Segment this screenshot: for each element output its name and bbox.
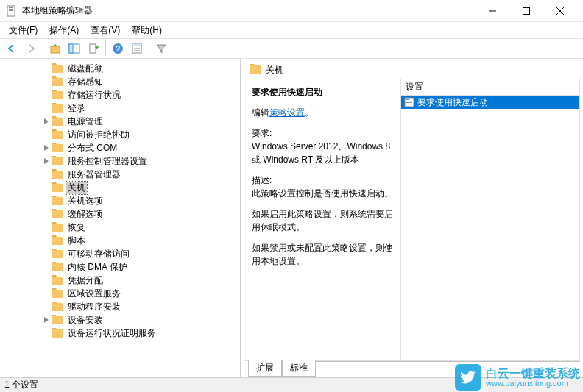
folder-icon <box>52 288 63 299</box>
svg-rect-8 <box>51 46 60 53</box>
tree-item-label: 区域设置服务 <box>66 288 122 300</box>
description-disabled: 如果禁用或未配置此策略设置，则使用本地设置。 <box>252 241 393 268</box>
window-controls <box>476 0 577 22</box>
edit-policy-link[interactable]: 策略设置 <box>269 107 305 118</box>
svg-rect-15 <box>132 44 141 46</box>
tree-item[interactable]: 内核 DMA 保护 <box>0 260 240 274</box>
tree-item[interactable]: 恢复 <box>0 221 240 234</box>
settings-column-header[interactable]: 设置 <box>401 79 579 96</box>
toolbar-separator <box>149 41 149 56</box>
folder-icon <box>52 249 63 259</box>
toolbar-separator <box>105 41 106 56</box>
folder-icon <box>52 103 63 113</box>
tree-item-label: 电源管理 <box>66 115 105 128</box>
policy-description-column: 要求使用快速启动 编辑策略设置。 要求:Windows Server 2012、… <box>244 79 400 360</box>
tab-extended[interactable]: 扩展 <box>248 360 282 377</box>
tree-item[interactable]: 服务控制管理器设置 <box>0 154 240 168</box>
filter-button[interactable] <box>152 40 170 57</box>
folder-icon <box>52 222 63 232</box>
maximize-button[interactable] <box>509 0 543 22</box>
tree-item[interactable]: 关机 <box>0 181 240 194</box>
app-icon <box>6 5 18 17</box>
tree-item[interactable]: 区域设置服务 <box>0 287 240 300</box>
tree-item-label: 内核 DMA 保护 <box>66 261 129 274</box>
tree-item[interactable]: 分布式 COM <box>0 141 240 154</box>
forward-button[interactable] <box>22 40 40 57</box>
tree-item[interactable]: 存储感知 <box>0 75 240 88</box>
description-block: 描述:此策略设置控制是否使用快速启动。 <box>252 174 393 200</box>
tree-item[interactable]: 磁盘配额 <box>0 62 240 75</box>
toolbar-separator <box>43 41 43 56</box>
tree-item-label: 磁盘配额 <box>66 63 105 75</box>
tree-item-label: 驱动程序安装 <box>66 301 122 313</box>
folder-icon <box>52 235 63 246</box>
tab-standard[interactable]: 标准 <box>282 360 316 377</box>
menu-action[interactable]: 操作(A) <box>43 23 85 38</box>
tree-item[interactable]: 脚本 <box>0 234 240 247</box>
setting-label: 要求使用快速启动 <box>417 96 488 109</box>
properties-button[interactable] <box>128 40 146 57</box>
tree-item[interactable]: 关机选项 <box>0 194 240 207</box>
tree-item-label: 存储运行状况 <box>66 89 122 101</box>
svg-rect-10 <box>69 44 73 53</box>
show-hide-tree-button[interactable] <box>66 40 83 57</box>
folder-icon <box>52 116 63 126</box>
folder-icon <box>52 169 63 179</box>
tree-item[interactable]: 驱动程序安装 <box>0 300 240 313</box>
export-button[interactable] <box>85 40 102 57</box>
folder-icon <box>52 76 63 87</box>
folder-icon <box>52 196 63 206</box>
folder-icon <box>52 262 63 272</box>
toolbar: ? <box>0 38 583 59</box>
tree-item-label: 分布式 COM <box>66 142 119 154</box>
tree-item-label: 服务器管理器 <box>66 168 122 181</box>
folder-icon <box>52 302 63 312</box>
tree-item-label: 关机选项 <box>66 195 105 207</box>
svg-rect-21 <box>406 102 412 103</box>
close-button[interactable] <box>543 0 577 22</box>
tree-item-label: 可移动存储访问 <box>66 248 131 260</box>
folder-icon <box>52 129 63 140</box>
svg-rect-22 <box>406 104 412 104</box>
setting-icon <box>404 97 414 107</box>
tree-item[interactable]: 存储运行状况 <box>0 88 240 101</box>
minimize-button[interactable] <box>476 0 509 22</box>
status-bar: 1 个设置 <box>0 377 583 392</box>
folder-icon <box>52 209 63 219</box>
help-button[interactable]: ? <box>109 40 127 57</box>
tree-item[interactable]: 登录 <box>0 101 240 115</box>
details-header-title: 关机 <box>266 64 283 76</box>
tree-item[interactable]: 服务器管理器 <box>0 168 240 181</box>
tree-item[interactable]: 缓解选项 <box>0 207 240 221</box>
tree-item[interactable]: 电源管理 <box>0 115 240 128</box>
svg-rect-1 <box>9 7 13 8</box>
tree-item-label: 凭据分配 <box>66 274 105 287</box>
setting-row[interactable]: 要求使用快速启动 <box>401 96 579 109</box>
tree-item[interactable]: 访问被拒绝协助 <box>0 128 240 141</box>
folder-icon <box>52 315 63 325</box>
chevron-right-icon[interactable] <box>41 315 52 325</box>
tree-item[interactable]: 设备安装 <box>0 313 240 327</box>
view-tabs: 扩展 标准 <box>244 361 580 377</box>
folder-icon <box>250 64 261 76</box>
tree-item[interactable]: 凭据分配 <box>0 274 240 287</box>
back-button[interactable] <box>3 40 21 57</box>
tree-pane[interactable]: 磁盘配额存储感知存储运行状况登录电源管理访问被拒绝协助分布式 COM服务控制管理… <box>0 59 241 377</box>
menu-view[interactable]: 查看(V) <box>85 23 126 38</box>
menu-help[interactable]: 帮助(H) <box>126 23 168 38</box>
tree-item-label: 访问被拒绝协助 <box>66 129 131 141</box>
tree-item[interactable]: 设备运行状况证明服务 <box>0 327 240 340</box>
details-body: 要求使用快速启动 编辑策略设置。 要求:Windows Server 2012、… <box>244 79 580 361</box>
chevron-right-icon[interactable] <box>41 143 52 153</box>
menu-file[interactable]: 文件(F) <box>3 23 43 38</box>
folder-icon <box>52 328 63 338</box>
details-header: 关机 <box>244 62 580 79</box>
chevron-right-icon[interactable] <box>41 116 52 126</box>
tree-item-label: 设备运行状况证明服务 <box>66 327 158 340</box>
up-button[interactable] <box>46 40 64 57</box>
svg-rect-19 <box>406 99 409 100</box>
chevron-right-icon[interactable] <box>41 156 52 166</box>
tree-item-label: 存储感知 <box>66 76 105 88</box>
tree-item[interactable]: 可移动存储访问 <box>0 247 240 260</box>
window-title: 本地组策略编辑器 <box>22 4 476 17</box>
